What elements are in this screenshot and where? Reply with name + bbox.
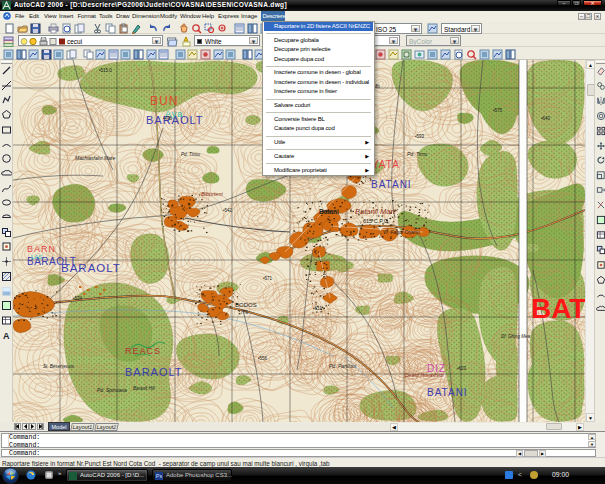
svg-text:Pd. Partiloui: Pd. Partiloui xyxy=(329,363,357,369)
svg-text:Pd. Tirisu: Pd. Tirisu xyxy=(181,152,200,157)
svg-text:Vf. Fagul Orjanu: Vf. Fagul Orjanu xyxy=(383,229,420,235)
svg-text:BARAOLT: BARAOLT xyxy=(61,262,121,274)
svg-text:LAS: LAS xyxy=(31,254,42,260)
svg-text:BARAOLT: BARAOLT xyxy=(125,366,183,378)
svg-text:St. Besenjeusis: St. Besenjeusis xyxy=(43,364,75,369)
svg-text:Batanii Mari: Batanii Mari xyxy=(355,207,395,216)
svg-text:BATANI: BATANI xyxy=(371,179,412,190)
svg-text:A: A xyxy=(3,331,10,341)
svg-text:•611: •611 xyxy=(313,306,322,311)
svg-text:•515.0: •515.0 xyxy=(99,68,112,73)
svg-text:•640: •640 xyxy=(541,116,551,121)
svg-text:•542: •542 xyxy=(223,208,233,213)
svg-text:Pd. Spinoasa: Pd. Spinoasa xyxy=(97,387,127,393)
svg-text:•603: •603 xyxy=(457,366,467,371)
svg-text:Batani: Batani xyxy=(319,208,339,215)
svg-text:/76: /76 xyxy=(241,309,248,315)
svg-text:•575: •575 xyxy=(493,108,503,113)
svg-text:BUN: BUN xyxy=(150,94,178,108)
svg-text:BATANI: BATANI xyxy=(427,387,468,398)
svg-text:Dealul Hovashilor: Dealul Hovashilor xyxy=(405,372,445,378)
svg-text:REACS: REACS xyxy=(125,346,161,356)
svg-text:Baraolt Hill: Baraolt Hill xyxy=(133,386,156,391)
svg-text:•534: •534 xyxy=(73,296,83,301)
svg-text:615 C.P.O.: 615 C.P.O. xyxy=(363,218,390,224)
svg-text:•556: •556 xyxy=(258,356,268,361)
svg-text:•593: •593 xyxy=(415,134,425,139)
svg-text:Df. Ghing Mea: Df. Ghing Mea xyxy=(501,334,531,339)
svg-text:•571: •571 xyxy=(263,276,273,281)
svg-text:BARN: BARN xyxy=(27,244,56,254)
svg-text:Pd. Tirnu: Pd. Tirnu xyxy=(407,151,427,157)
svg-text:Machiasfalvi Mare: Machiasfalvi Mare xyxy=(75,155,116,161)
svg-text:Biborteni: Biborteni xyxy=(201,191,223,197)
svg-text:BODOS: BODOS xyxy=(235,302,257,308)
svg-text:BAT: BAT xyxy=(531,293,585,324)
svg-text:•498: •498 xyxy=(163,116,173,121)
